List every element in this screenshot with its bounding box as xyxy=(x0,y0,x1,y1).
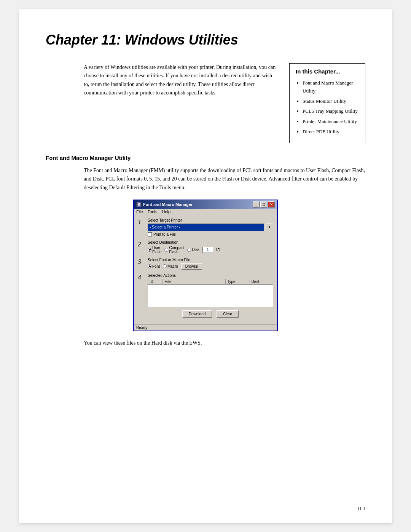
chapter-title: Chapter 11: Windows Utilities xyxy=(46,32,365,48)
user-flash-radio[interactable] xyxy=(148,248,151,252)
fmm-menubar: File Tools Help xyxy=(134,209,277,215)
list-item: Status Monitor Utility xyxy=(303,97,359,105)
disk-radio[interactable] xyxy=(187,248,191,252)
fmm-window-controls: _ □ ✕ xyxy=(253,201,275,208)
step1-row: 1 Select Target Printer - Select a Print… xyxy=(138,218,273,236)
font-option[interactable]: Font xyxy=(148,264,160,268)
section-heading: Font and Macro Manager Utility xyxy=(46,155,365,161)
macro-radio[interactable] xyxy=(163,264,167,268)
step4-num: 4 xyxy=(138,274,145,281)
user-flash-label: UserFlash xyxy=(152,246,161,254)
clear-button[interactable]: Clear xyxy=(217,310,239,318)
browse-button[interactable]: Browse xyxy=(181,263,202,270)
footer-line xyxy=(46,502,365,502)
main-content: A variety of Windows utilities are avail… xyxy=(46,63,278,143)
step3-label: Select Font or Macro File xyxy=(148,258,273,262)
menu-help[interactable]: Help xyxy=(162,209,170,214)
fmm-titlebar: 🖨 Font and Macro Manager _ □ ✕ xyxy=(134,200,277,209)
menu-tools[interactable]: Tools xyxy=(148,209,158,214)
step1-group: Select Target Printer - Select a Printer… xyxy=(148,218,273,236)
ews-text: You can view these files on the Hard dis… xyxy=(84,339,365,347)
step2-row: 2 Select Destination UserFlash CompactFl… xyxy=(138,240,273,254)
step4-group: Selected Actions ID File Type Dest xyxy=(148,273,273,318)
minimize-button[interactable]: _ xyxy=(253,201,260,208)
font-label: Font xyxy=(152,264,160,268)
section-font-macro: Font and Macro Manager Utility The Font … xyxy=(46,155,365,348)
in-this-chapter-list: Font and Macro Manager Utility Status Mo… xyxy=(296,79,359,136)
disk-label: Disk xyxy=(192,248,199,252)
close-button[interactable]: ✕ xyxy=(268,201,275,208)
macro-label: Macro xyxy=(167,264,178,268)
step1-label: Select Target Printer xyxy=(148,218,273,222)
fmm-title: Font and Macro Manager xyxy=(143,202,193,207)
actions-table: ID File Type Dest xyxy=(148,279,273,284)
compact-flash-label: CompactFlash xyxy=(169,246,184,254)
step2-num: 2 xyxy=(138,241,145,248)
print-to-file-checkbox[interactable] xyxy=(148,232,152,236)
intro-text: A variety of Windows utilities are avail… xyxy=(84,63,278,97)
col-type: Type xyxy=(225,279,250,284)
col-file: File xyxy=(163,279,226,284)
sidebar: In this Chapter... Font and Macro Manage… xyxy=(289,63,365,143)
step3-row: 3 Select Font or Macro File Font Macro xyxy=(138,258,273,270)
fmm-app-icon: 🖨 xyxy=(136,202,142,207)
list-item: PCL5 Tray Mapping Utility xyxy=(303,107,359,115)
fmm-statusbar: Ready xyxy=(134,324,277,331)
list-item: Font and Macro Manager Utility xyxy=(303,79,359,95)
step4-row: 4 Selected Actions ID File Type Dest xyxy=(138,273,273,318)
compact-flash-radio[interactable] xyxy=(164,248,168,252)
section-text: The Font and Macro Manager (FMM) utility… xyxy=(84,166,365,192)
printer-select[interactable]: - Select a Printer - xyxy=(148,224,264,231)
print-to-file-label: Print to a File xyxy=(153,232,176,236)
list-item: Direct PDF Utility xyxy=(303,128,359,136)
macro-option[interactable]: Macro xyxy=(163,264,178,268)
fmm-dialog-window: 🖨 Font and Macro Manager _ □ ✕ File Tool… xyxy=(133,200,278,331)
page-footer: 11-1 xyxy=(357,506,365,512)
content-area: A variety of Windows utilities are avail… xyxy=(46,63,365,143)
menu-file[interactable]: File xyxy=(136,209,143,214)
list-item: Printer Maintenance Utility xyxy=(303,118,359,126)
in-this-chapter-box: In this Chapter... Font and Macro Manage… xyxy=(289,63,365,143)
step2-group: Select Destination UserFlash CompactFlas… xyxy=(148,240,273,254)
print-to-file-row: Print to a File xyxy=(148,232,273,236)
fmm-body: 1 Select Target Printer - Select a Print… xyxy=(134,215,277,324)
action-buttons: Download Clear xyxy=(148,310,273,318)
step4-label: Selected Actions xyxy=(148,273,273,278)
id-label: ID xyxy=(216,248,220,252)
step1-num: 1 xyxy=(138,219,145,226)
step3-num: 3 xyxy=(138,259,145,265)
in-this-chapter-title: In this Chapter... xyxy=(296,68,359,75)
col-id: ID xyxy=(148,279,163,284)
user-flash-option[interactable]: UserFlash xyxy=(148,246,161,254)
printer-select-row: - Select a Printer - ▼ xyxy=(148,224,273,231)
destination-radio-group: UserFlash CompactFlash Disk 1 I xyxy=(148,246,273,254)
status-text: Ready xyxy=(136,326,147,330)
page-container: Chapter 11: Windows Utilities A variety … xyxy=(19,9,392,523)
step2-label: Select Destination xyxy=(148,240,273,244)
font-macro-row: Font Macro Browse xyxy=(148,263,273,270)
fmm-titlebar-left: 🖨 Font and Macro Manager xyxy=(136,202,193,207)
maximize-button[interactable]: □ xyxy=(260,201,267,208)
col-dest: Dest xyxy=(250,279,273,284)
download-button[interactable]: Download xyxy=(182,310,212,318)
id-field[interactable]: 1 xyxy=(202,247,213,253)
dropdown-arrow-icon[interactable]: ▼ xyxy=(266,224,273,231)
compact-flash-option[interactable]: CompactFlash xyxy=(164,246,184,254)
actions-table-body xyxy=(148,284,273,307)
step3-group: Select Font or Macro File Font Macro Bro… xyxy=(148,258,273,270)
font-radio[interactable] xyxy=(148,264,151,268)
disk-option[interactable]: Disk xyxy=(187,248,199,252)
